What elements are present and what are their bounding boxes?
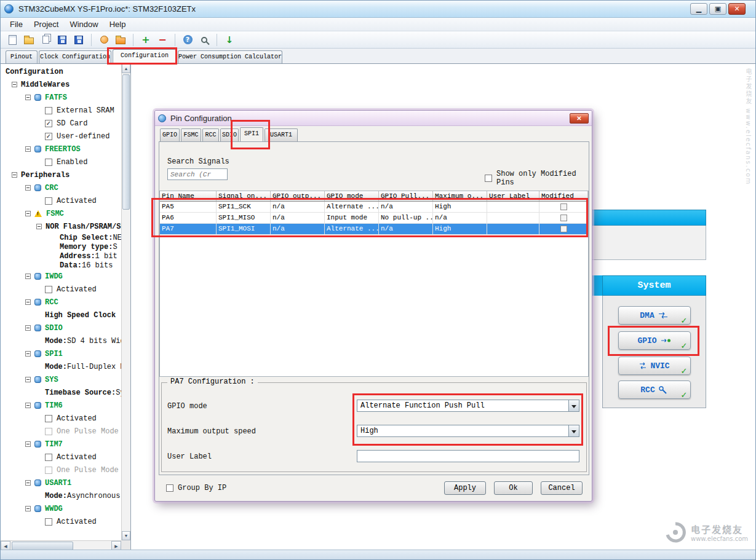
collapse-icon[interactable] <box>25 325 31 331</box>
dialog-tab-gpio[interactable]: GPIO <box>160 128 180 141</box>
load-project-icon[interactable] <box>114 34 127 46</box>
modified-checkbox[interactable] <box>560 203 567 210</box>
tree-item-wwdg[interactable]: WWDG <box>1 502 121 515</box>
scrollbar-thumb[interactable] <box>12 542 73 550</box>
cancel-button[interactable]: Cancel <box>541 481 583 495</box>
checkbox[interactable] <box>45 467 52 474</box>
collapse-icon[interactable] <box>25 299 31 305</box>
tree-item-spi1-mode[interactable]: Mode:Full-Duplex Maste <box>1 360 121 373</box>
new-project-icon[interactable] <box>6 34 18 46</box>
tab-clock-configuration[interactable]: Clock Configuration <box>39 50 111 63</box>
dialog-tab-sdio[interactable]: SDIO <box>220 128 239 141</box>
tree-item-sdio[interactable]: SDIO <box>1 321 121 334</box>
group-by-ip-checkbox[interactable]: Group By IP <box>166 484 226 492</box>
collapse-icon[interactable] <box>25 211 31 216</box>
tree-item-tim7[interactable]: TIM7 <box>1 438 121 451</box>
collapse-icon[interactable] <box>25 441 31 447</box>
column-header[interactable]: Maximum o... <box>433 191 487 201</box>
collapse-icon[interactable] <box>25 95 31 100</box>
gpio-mode-dropdown[interactable]: Alternate Function Push Pull <box>357 400 579 412</box>
search-input[interactable] <box>167 168 228 180</box>
tree-item-tim7-activated[interactable]: Activated <box>1 451 121 463</box>
tab-power-consumption-calculator[interactable]: Power Consumption Calculator <box>178 50 282 63</box>
column-header[interactable]: Pin Name <box>160 191 217 201</box>
tree-item-sdio-mode[interactable]: Mode:SD 4 bits Wide bu <box>1 334 121 347</box>
tree-item-iwdg-activated[interactable]: Activated <box>1 283 121 296</box>
column-header[interactable]: GPIO mode <box>325 191 379 201</box>
tree-item-rcc[interactable]: RCC <box>1 296 121 309</box>
table-row-pa6[interactable]: PA6 SPI1_MISO n/a Input mode No pull-up … <box>160 213 588 224</box>
checkbox[interactable] <box>45 107 52 114</box>
user-label-input[interactable] <box>357 450 579 462</box>
tree-item-nor-flash[interactable]: NOR Flash/PSRAM/SRAM/RO <box>1 220 121 233</box>
tab-configuration[interactable]: Configuration <box>113 49 177 64</box>
collapse-icon[interactable] <box>25 185 31 191</box>
nvic-button[interactable]: NVIC ✓ <box>618 357 691 375</box>
modified-checkbox[interactable] <box>560 226 567 232</box>
checkbox[interactable]: ✓ <box>45 120 52 127</box>
tree-item-external-sram[interactable]: External SRAM <box>1 104 121 117</box>
collapse-icon[interactable] <box>25 506 31 511</box>
tree-item-chip-select[interactable]: Chip Select:NE <box>1 233 121 242</box>
tree-item-usart1[interactable]: USART1 <box>1 476 121 489</box>
minimize-button[interactable]: ▁ <box>690 3 707 15</box>
tree-item-wwdg-activated[interactable]: Activated <box>1 515 121 528</box>
tree-vertical-scrollbar[interactable]: ▲ ▼ <box>121 64 130 540</box>
ok-button[interactable]: Ok <box>494 481 533 495</box>
modified-checkbox[interactable] <box>560 215 567 221</box>
tree-item-tim6-one-pulse-mode[interactable]: One Pulse Mode <box>1 425 121 438</box>
tree-item-usart1-mode[interactable]: Mode:Asynchronous <box>1 489 121 502</box>
checkbox[interactable] <box>45 415 52 422</box>
collapse-icon[interactable] <box>25 146 31 152</box>
copy-icon[interactable] <box>39 34 52 46</box>
tree-item-freertos[interactable]: FREERTOS <box>1 143 121 156</box>
tree-item-tim6[interactable]: TIM6 <box>1 399 121 412</box>
save-icon[interactable] <box>56 34 68 46</box>
tree-item-middlewares[interactable]: MiddleWares <box>1 78 121 91</box>
column-header[interactable]: Modified <box>539 191 588 201</box>
tree-item-memory-type[interactable]: Memory type:S <box>1 242 121 251</box>
add-item-icon[interactable]: + <box>140 34 152 46</box>
rcc-button[interactable]: RCC ✓ <box>618 381 691 399</box>
checkbox[interactable] <box>45 286 52 293</box>
collapse-icon[interactable] <box>25 351 31 357</box>
collapse-icon[interactable] <box>12 82 17 87</box>
menu-window[interactable]: Window <box>64 18 103 30</box>
generate-code-icon[interactable]: ↓ <box>223 34 236 46</box>
tree-item-sd-card[interactable]: ✓SD Card <box>1 117 121 130</box>
dialog-tab-usart1[interactable]: USART1 <box>265 128 298 141</box>
scroll-up-icon[interactable]: ▲ <box>122 64 130 73</box>
checkbox[interactable] <box>45 518 52 526</box>
checkbox[interactable]: ✓ <box>45 133 52 140</box>
menu-help[interactable]: Help <box>104 18 132 30</box>
tab-pinout[interactable]: Pinout <box>6 50 38 63</box>
tree-item-spi1[interactable]: SPI1 <box>1 347 121 360</box>
menu-file[interactable]: File <box>4 18 28 30</box>
tree-item-iwdg[interactable]: IWDG <box>1 270 121 283</box>
help-icon[interactable]: ? <box>181 34 194 46</box>
close-button[interactable]: ✕ <box>728 3 746 15</box>
tree-item-timebase-source[interactable]: Timebase Source:SysT <box>1 386 121 399</box>
tree-item-configuration[interactable]: Configuration <box>1 65 121 78</box>
tree-item-high-speed-clock[interactable]: High Speed Clock (HS <box>1 309 121 321</box>
column-header[interactable]: GPIO Pull... <box>379 191 433 201</box>
dialog-tab-rcc[interactable]: RCC <box>202 128 219 141</box>
table-row-pa7-selected[interactable]: PA7 SPI1_MOSI n/a Alternate ... n/a High <box>160 224 588 235</box>
tree-item-crc[interactable]: CRC <box>1 181 121 194</box>
collapse-icon[interactable] <box>25 274 31 279</box>
checkbox[interactable] <box>45 197 52 205</box>
collapse-icon[interactable] <box>25 403 31 408</box>
collapse-icon[interactable] <box>25 377 31 382</box>
collapse-icon[interactable] <box>12 172 17 178</box>
show-modified-pins-checkbox[interactable]: Show only Modified Pins <box>485 170 592 187</box>
tree-item-fatfs[interactable]: FATFS <box>1 91 121 104</box>
scroll-down-icon[interactable]: ▼ <box>122 531 130 540</box>
remove-item-icon[interactable]: − <box>156 34 169 46</box>
collapse-icon[interactable] <box>36 224 42 229</box>
checkbox[interactable] <box>45 428 52 435</box>
search-help-icon[interactable] <box>198 34 210 46</box>
table-row-pa5[interactable]: PA5 SPI1_SCK n/a Alternate ... n/a High <box>160 202 588 213</box>
tree-item-tim6-activated[interactable]: Activated <box>1 412 121 425</box>
checkbox[interactable] <box>45 454 52 461</box>
tree-item-enabled[interactable]: Enabled <box>1 156 121 168</box>
